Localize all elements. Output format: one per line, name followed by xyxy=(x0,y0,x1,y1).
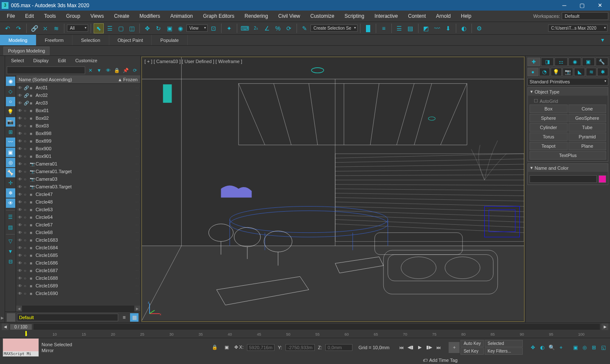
object-name-input[interactable] xyxy=(530,175,597,183)
redo-icon[interactable]: ↷ xyxy=(14,23,24,33)
menu-views[interactable]: Views xyxy=(85,11,109,21)
edit-selection-icon[interactable]: ✎ xyxy=(299,23,310,33)
scene-menu-customize[interactable]: Customize xyxy=(71,57,102,64)
walk-icon[interactable]: ◐ xyxy=(538,343,546,352)
prim-teapot[interactable]: Teapot xyxy=(530,142,568,150)
goto-end-icon[interactable]: ⏭ xyxy=(434,343,443,352)
next-key-icon[interactable]: ▮▶ xyxy=(425,343,433,352)
cameras-cat-icon[interactable]: 📷 xyxy=(563,68,574,76)
menu-rendering[interactable]: Rendering xyxy=(239,11,273,21)
groups-filter-icon[interactable]: ▣ xyxy=(6,148,15,157)
scene-item[interactable]: 👁○■Box02· · xyxy=(16,114,140,122)
scale-icon[interactable]: ▣ xyxy=(164,23,175,33)
time-marker[interactable] xyxy=(25,331,27,336)
lights-filter-icon[interactable]: 💡 xyxy=(6,107,15,116)
menu-create[interactable]: Create xyxy=(109,11,134,21)
menu-graph-editors[interactable]: Graph Editors xyxy=(198,11,239,21)
time-ruler[interactable]: 5101520253035404550556065707580859095100 xyxy=(0,331,610,338)
geometry-filter-icon[interactable]: ◇ xyxy=(6,87,15,96)
prim-cone[interactable]: Cone xyxy=(568,105,607,113)
menu-animation[interactable]: Animation xyxy=(165,11,198,21)
ribbon-tab-selection[interactable]: Selection xyxy=(72,35,109,45)
percent-snap-icon[interactable]: % xyxy=(273,23,283,33)
scene-item[interactable]: 👁🔗■Arc01· · xyxy=(16,84,140,91)
manipulate-icon[interactable]: ✦ xyxy=(224,23,234,33)
menu-modifiers[interactable]: Modifiers xyxy=(134,11,165,21)
prim-box[interactable]: Box xyxy=(530,105,568,113)
scene-menu-edit[interactable]: Edit xyxy=(54,57,70,64)
keyfilter-selected-dropdown[interactable]: Selected xyxy=(485,340,523,347)
minimize-button[interactable]: ─ xyxy=(556,0,573,11)
window-crossing-icon[interactable]: ◫ xyxy=(127,23,137,33)
scene-item[interactable]: 👁○■Circle48· · xyxy=(16,198,140,206)
select-object-icon[interactable]: ⬉ xyxy=(94,23,104,33)
lock-icon[interactable]: 🔒 xyxy=(113,66,121,74)
scene-item[interactable]: 👁○📷Camera03· · xyxy=(16,175,140,183)
shapes-filter-icon[interactable]: ○ xyxy=(6,97,15,106)
material-editor-icon[interactable]: ◐ xyxy=(459,23,469,33)
scene-item[interactable]: 👁○📷Camera01· · xyxy=(16,160,140,168)
scene-item[interactable]: 👁○■Box900· · xyxy=(16,145,140,152)
menu-civil-view[interactable]: Civil View xyxy=(273,11,305,21)
geometry-cat-icon[interactable]: ● xyxy=(527,68,538,76)
funnel-icon[interactable]: ▽ xyxy=(6,237,15,246)
scene-item[interactable]: 👁○📷Camera01.Target· · xyxy=(16,168,140,175)
display-all-icon[interactable]: ◉ xyxy=(6,77,15,86)
next-frame-icon[interactable]: ▶ xyxy=(602,323,608,330)
prev-key-icon[interactable]: ◀▮ xyxy=(406,343,415,352)
frozen-column-header[interactable]: Frozen xyxy=(123,77,138,82)
unlink-icon[interactable]: ⤫ xyxy=(40,23,50,33)
xrefs-filter-icon[interactable]: ◎ xyxy=(6,158,15,167)
pan-icon[interactable]: ✥ xyxy=(529,343,537,352)
helpers-cat-icon[interactable]: ◣ xyxy=(574,68,585,76)
spacewarps-filter-icon[interactable]: 〰 xyxy=(6,138,15,147)
setkey-button[interactable]: Set Key xyxy=(460,347,484,355)
max-viewport-icon[interactable]: ◱ xyxy=(599,343,607,352)
named-selection-dropdown[interactable]: Create Selection Se xyxy=(311,25,358,32)
frame-indicator[interactable]: 0 / 100 xyxy=(10,324,32,330)
scene-item[interactable]: 👁○■Circle1686· · xyxy=(16,259,140,267)
scene-item[interactable]: 👁○■Circle1690· · xyxy=(16,290,140,297)
collapse-icon[interactable]: ⊟ xyxy=(6,257,15,266)
expand-strip-icon[interactable]: ▶ xyxy=(0,316,5,320)
menu-interactive[interactable]: Interactive xyxy=(369,11,403,21)
coord-y[interactable]: -2750,933m xyxy=(286,344,315,351)
render-setup-icon[interactable]: ⚙ xyxy=(474,23,485,33)
menu-group[interactable]: Group xyxy=(61,11,85,21)
orbit-icon[interactable]: ◎ xyxy=(580,343,589,352)
create-tab-icon[interactable]: ✚ xyxy=(527,58,540,66)
scene-item[interactable]: 👁○■Circle64· · xyxy=(16,213,140,221)
layer-dropdown[interactable]: Default xyxy=(17,314,118,321)
scene-item[interactable]: 👁○■Box898· · xyxy=(16,130,140,137)
move-icon[interactable]: ✥ xyxy=(142,23,152,33)
funnel2-icon[interactable]: ▼ xyxy=(6,247,15,256)
layer-manager-icon[interactable]: ▦ xyxy=(130,313,139,322)
zoom-region-icon[interactable]: ⊞ xyxy=(590,343,598,352)
prim-plane[interactable]: Plane xyxy=(568,142,607,150)
set-key-big-icon[interactable]: ＋ xyxy=(449,342,460,353)
cameras-filter-icon[interactable]: 📷 xyxy=(6,117,15,127)
maximize-button[interactable]: ▢ xyxy=(574,0,591,11)
ribbon-tab-populate[interactable]: Populate xyxy=(152,35,187,45)
menu-arnold[interactable]: Arnold xyxy=(431,11,456,21)
bind-icon[interactable]: ≋ xyxy=(51,23,61,33)
scene-item[interactable]: 👁○■Circle1684· · xyxy=(16,244,140,251)
layers-icon[interactable]: ☰ xyxy=(394,23,405,33)
primitive-category-dropdown[interactable]: Standard Primitives xyxy=(527,78,608,85)
filter-icon[interactable]: ▼ xyxy=(95,66,103,74)
view-options-icon[interactable]: 👁 xyxy=(104,66,112,74)
utilities-tab-icon[interactable]: 🔧 xyxy=(596,58,608,66)
scene-item[interactable]: 👁○■Circle67· · xyxy=(16,221,140,229)
autokey-button[interactable]: Auto Key xyxy=(460,340,484,347)
schematic-icon[interactable]: ⬇ xyxy=(443,23,453,33)
add-time-tag[interactable]: 🏷 Add Time Tag xyxy=(423,358,458,363)
shapes-cat-icon[interactable]: ◔ xyxy=(539,68,550,76)
ribbon-tab-freeform[interactable]: Freeform xyxy=(36,35,73,45)
scene-item[interactable]: 👁○■Box899· · xyxy=(16,137,140,145)
select-name-icon[interactable]: ☰ xyxy=(105,23,115,33)
scroll-left-icon[interactable]: ◀ xyxy=(16,306,22,312)
containers-filter-icon[interactable]: ✢ xyxy=(6,178,15,188)
helpers-filter-icon[interactable]: ⊞ xyxy=(6,127,15,137)
scroll-right-icon[interactable]: ▶ xyxy=(134,306,140,312)
spacewarps-cat-icon[interactable]: ≋ xyxy=(586,68,597,76)
